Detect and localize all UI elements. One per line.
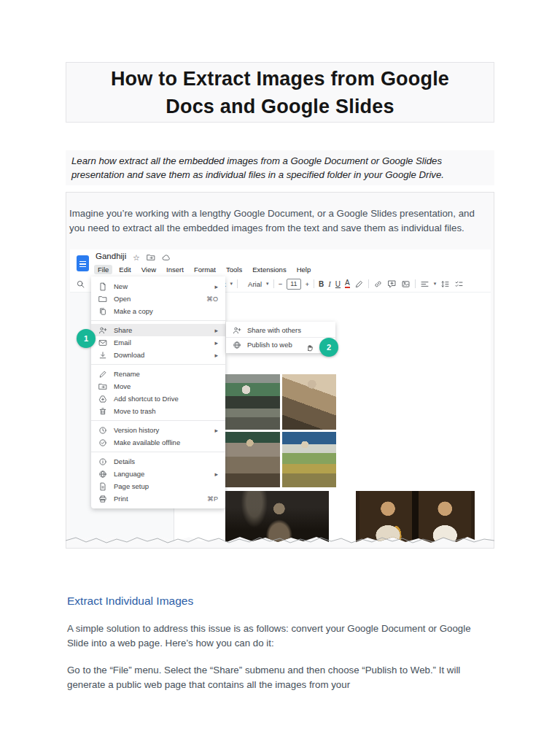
menu-divider [91,364,225,365]
shortcut-label: ⌘P [207,495,218,503]
article-page: How to Extract Images from Google Docs a… [0,0,560,747]
toolbar-divider [273,279,274,288]
clock-icon [98,426,107,435]
solution-paragraph: A simple solution to address this issue … [67,622,490,650]
star-icon[interactable]: ☆ [133,253,140,262]
gandhi-painted-portrait-image [356,374,475,487]
menu-item-print[interactable]: Print ⌘P [91,492,225,505]
submenu-arrow-icon: ▸ [214,327,218,334]
gandhi-two-portraits-image [356,491,475,546]
print-icon [98,495,107,503]
globe-icon [98,470,107,479]
menu-item-open[interactable]: Open ⌘O [91,293,225,305]
pencil-icon [98,370,107,379]
collage-photo-4 [282,432,337,487]
menu-item-move[interactable]: Move [91,380,225,392]
menubar: File Edit View Insert Format Tools Exten… [94,265,314,274]
google-docs-logo-icon [77,255,89,271]
menu-view[interactable]: View [138,265,160,274]
submenu-arrow-icon: ▸ [214,471,218,478]
menu-tools[interactable]: Tools [222,265,246,274]
menu-item-make-available-offline[interactable]: Make available offline [91,436,225,449]
folder-move-icon [98,382,107,391]
font-size-increase-button[interactable]: + [306,280,310,288]
submenu-arrow-icon: ▸ [214,427,218,434]
globe-icon [233,341,241,349]
google-docs-screenshot: Gandhiji ☆ File Edit View Insert Format … [70,249,491,544]
search-icon[interactable] [76,279,85,289]
steps-paragraph: Go to the “File” menu. Select the “Share… [67,663,490,692]
menu-file[interactable]: File [94,265,112,274]
menu-insert[interactable]: Insert [163,265,187,274]
font-size-decrease-button[interactable]: − [279,280,283,288]
person-add-icon [98,326,107,335]
copy-icon [98,307,107,316]
bold-button[interactable]: B [319,280,324,288]
menu-divider [91,420,225,421]
submenu-arrow-icon: ▸ [214,352,218,359]
menu-item-email[interactable]: Email ▸ [91,336,225,349]
step-1-badge: 1 [77,329,96,348]
highlighter-icon[interactable] [354,279,364,289]
menu-item-make-a-copy[interactable]: Make a copy [91,305,225,317]
menu-extensions[interactable]: Extensions [249,265,289,274]
gandhi-train-station-collage-image [225,374,336,487]
shortcut-label: ⌘O [206,295,218,303]
title-line-2: Docs and Google Slides [166,93,394,120]
file-menu-dropdown: New ▸ Open ⌘O Make a copy Share ▸ [91,276,225,508]
menu-edit[interactable]: Edit [115,265,134,274]
page-setup-icon [98,482,107,491]
hand-cursor-icon [305,341,315,352]
download-icon [98,351,107,360]
menu-item-download[interactable]: Download ▸ [91,349,225,361]
comment-plus-icon[interactable] [387,279,397,289]
menu-divider [91,320,225,321]
font-select[interactable]: Arial [248,280,262,288]
link-icon[interactable] [373,279,383,289]
toolbar-divider [237,279,238,288]
menu-divider [91,452,225,452]
article-title: How to Extract Images from Google Docs a… [66,62,494,123]
intro-paragraph: Imagine you’re working with a lengthy Go… [69,206,486,235]
person-add-icon [233,326,241,335]
menu-item-version-history[interactable]: Version history ▸ [91,424,225,436]
step-2-badge: 2 [319,338,338,357]
menu-item-move-to-trash[interactable]: Move to trash [91,405,225,417]
chevron-down-icon: ▾ [230,281,233,287]
document-header-icons: ☆ [133,253,171,262]
image-icon[interactable] [401,279,411,289]
align-left-icon[interactable] [420,279,429,289]
submenu-arrow-icon: ▸ [214,339,218,347]
folder-icon [98,295,107,303]
gandhi-statue-alley-image [225,491,329,546]
underline-button[interactable]: U [335,280,341,288]
menu-help[interactable]: Help [293,265,315,274]
checklist-icon[interactable] [454,279,464,289]
info-icon [98,457,107,466]
chevron-down-icon: ▾ [266,281,269,287]
mail-icon [98,338,107,347]
menu-item-new[interactable]: New ▸ [91,280,225,293]
text-color-button[interactable]: A [345,279,350,288]
drive-add-icon [98,395,107,403]
offline-check-icon [98,438,107,447]
submenu-item-share-with-others[interactable]: Share with others [226,323,335,337]
line-spacing-icon[interactable] [440,279,450,289]
doc-new-icon [98,282,107,291]
document-title[interactable]: Gandhiji [96,252,126,260]
menu-item-add-shortcut[interactable]: Add shortcut to Drive [91,392,225,405]
submenu-arrow-icon: ▸ [214,283,218,290]
collage-photo-3 [225,432,280,487]
menu-item-rename[interactable]: Rename [91,368,225,380]
collage-photo-2 [282,374,337,430]
font-size-field[interactable]: 11 [287,279,300,290]
article-intro: Learn how extract all the embedded image… [66,150,494,185]
menu-item-details[interactable]: Details [91,455,225,468]
menu-format[interactable]: Format [190,265,219,274]
menu-item-language[interactable]: Language ▸ [91,468,225,480]
italic-button[interactable]: I [328,280,331,288]
folder-move-icon[interactable] [147,253,155,262]
menu-item-share[interactable]: Share ▸ [91,324,225,336]
menu-item-page-setup[interactable]: Page setup [91,480,225,492]
trash-icon [98,407,107,416]
